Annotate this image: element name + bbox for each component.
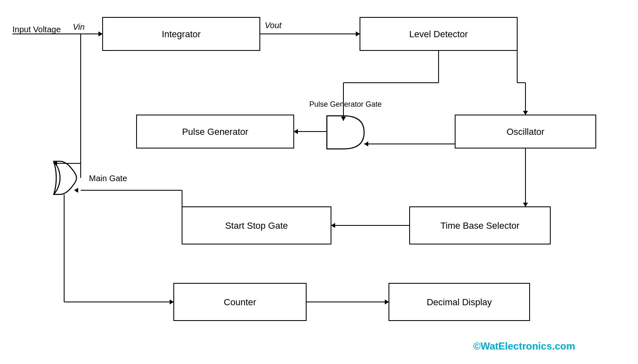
time-base-selector-label: Time Base Selector — [440, 220, 519, 231]
start-stop-gate-label: Start Stop Gate — [225, 220, 288, 231]
vout-label: Vout — [265, 21, 282, 30]
oscillator-label: Oscillator — [506, 127, 544, 137]
pulse-generator-gate-label: Pulse Generator Gate — [309, 100, 381, 108]
input-voltage-label: Input Voltage — [12, 25, 61, 34]
vin-label: Vin — [73, 22, 85, 31]
pulse-generator-label: Pulse Generator — [182, 127, 248, 137]
main-gate-label: Main Gate — [89, 174, 127, 183]
counter-label: Counter — [224, 297, 256, 307]
decimal-display-label: Decimal Display — [427, 297, 492, 307]
watermark: ©WatElectronics.com — [473, 340, 575, 352]
level-detector-label: Level Detector — [409, 29, 468, 39]
integrator-label: Integrator — [162, 29, 201, 39]
